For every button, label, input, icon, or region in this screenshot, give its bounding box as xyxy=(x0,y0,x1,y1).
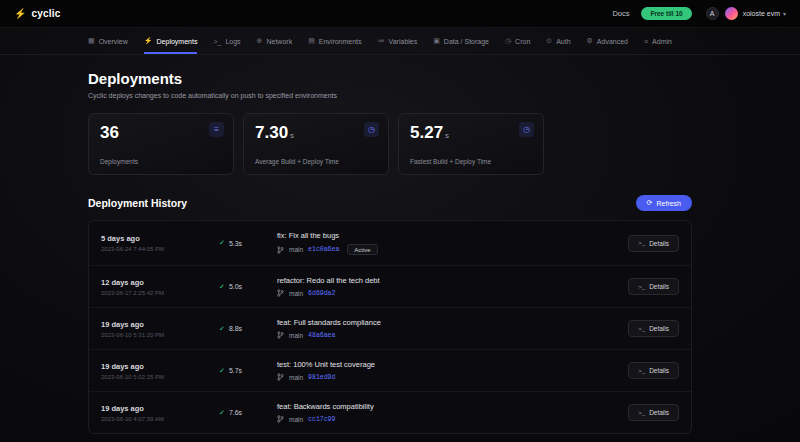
commit-hash-link[interactable]: 48a6aea xyxy=(308,332,335,339)
duration-value: 8.8s xyxy=(229,325,242,332)
nav-tab[interactable]: ≔ Variables xyxy=(378,28,418,54)
nav-tab-icon: ▦ xyxy=(88,37,95,45)
nav-tab[interactable]: ▦ Overview xyxy=(88,28,128,54)
details-label: Details xyxy=(649,367,669,374)
nav-tab[interactable]: ≡ Admin xyxy=(644,28,672,54)
nav-tabs: ▦ Overview ⚡ Deployments >_ Logs ⊕ Netwo… xyxy=(0,28,800,55)
deployment-commit: feat: Full standards compliance main 48a… xyxy=(277,318,609,339)
top-bar: ⚡ cyclic Docs Free till 10 A xoloste evm… xyxy=(0,0,800,28)
nav-tab-label: Environments xyxy=(319,38,362,45)
brand-name: cyclic xyxy=(31,8,60,19)
nav-tab-label: Cron xyxy=(515,38,530,45)
nav-tab[interactable]: ◷ Cron xyxy=(505,28,530,54)
git-branch-icon xyxy=(277,246,284,254)
deployment-commit: fix: Fix all the bugs main e1c0a6ea Acti… xyxy=(277,231,609,255)
commit-message: refactor: Redo all the tech debt xyxy=(277,276,609,285)
nav-tab-label: Overview xyxy=(99,38,128,45)
duration-value: 5.0s xyxy=(229,283,242,290)
terminal-icon: >_ xyxy=(638,284,645,290)
deployment-row: 12 days ago 2023-06-17 2:25:42 PM ✓ 5.0s… xyxy=(89,266,691,308)
deployment-row: 19 days ago 2023-06-10 4:07:39 AM ✓ 7.6s… xyxy=(89,392,691,433)
commit-hash-link[interactable]: 981ed9d xyxy=(308,374,335,381)
commit-hash-link[interactable]: cc17c99 xyxy=(308,416,335,423)
commit-hash-link[interactable]: e1c0a6ea xyxy=(308,246,339,253)
check-icon: ✓ xyxy=(219,283,225,291)
check-icon: ✓ xyxy=(219,409,225,417)
stat-unit: s xyxy=(445,131,449,140)
details-button[interactable]: >_ Details xyxy=(628,320,679,337)
nav-tab-icon: ◷ xyxy=(505,37,511,45)
deployment-commit: test: 100% Unit test coverage main 981ed… xyxy=(277,360,609,381)
relative-time: 12 days ago xyxy=(101,278,219,287)
brand[interactable]: ⚡ cyclic xyxy=(14,8,61,19)
details-button[interactable]: >_ Details xyxy=(628,278,679,295)
branch-name: main xyxy=(289,332,303,339)
refresh-icon: ⟳ xyxy=(647,199,653,207)
commit-hash-link[interactable]: 6d69da2 xyxy=(308,290,335,297)
nav-tab-label: Variables xyxy=(389,38,418,45)
deployment-row: 19 days ago 2023-06-10 5:31:20 PM ✓ 8.8s… xyxy=(89,308,691,350)
nav-tab[interactable]: ⊕ Network xyxy=(257,28,293,54)
user-avatar[interactable] xyxy=(725,7,738,20)
nav-tab-icon: ≡ xyxy=(644,38,648,45)
deployment-time: 12 days ago 2023-06-17 2:25:42 PM xyxy=(101,278,219,296)
nav-tab[interactable]: ⚡ Deployments xyxy=(144,28,198,54)
terminal-icon: >_ xyxy=(638,240,645,246)
page-subtitle: Cyclic deploys changes to code automatic… xyxy=(88,92,692,99)
commit-meta: main 48a6aea xyxy=(277,331,609,339)
check-icon: ✓ xyxy=(219,239,225,247)
terminal-icon: >_ xyxy=(638,368,645,374)
stat-icon: ◷ xyxy=(519,122,534,137)
nav-tab-icon: ≔ xyxy=(378,37,385,45)
nav-tab[interactable]: ⊙ Auth xyxy=(546,28,570,54)
chevron-down-icon[interactable]: ▾ xyxy=(783,10,786,17)
terminal-icon: >_ xyxy=(638,410,645,416)
history-title: Deployment History xyxy=(88,197,187,209)
deployment-duration: ✓ 7.6s xyxy=(219,409,277,417)
nav-tab[interactable]: ▣ Data / Storage xyxy=(433,28,489,54)
deployment-row: 19 days ago 2023-06-10 5:02:25 PM ✓ 5.7s… xyxy=(89,350,691,392)
details-button[interactable]: >_ Details xyxy=(628,235,679,252)
commit-message: test: 100% Unit test coverage xyxy=(277,360,609,369)
nav-tab[interactable]: ▤ Environments xyxy=(308,28,361,54)
org-badge-icon[interactable]: A xyxy=(706,7,719,20)
plan-button[interactable]: Free till 10 xyxy=(641,7,691,20)
nav-tab-label: Deployments xyxy=(157,38,198,45)
cyclic-logo-icon: ⚡ xyxy=(14,8,26,19)
timestamp: 2023-06-17 2:25:42 PM xyxy=(101,290,219,296)
nav-tab-icon: ⊙ xyxy=(546,37,552,45)
deployment-time: 19 days ago 2023-06-10 5:02:25 PM xyxy=(101,362,219,380)
nav-tab-icon: ▣ xyxy=(433,37,440,45)
git-branch-icon xyxy=(277,331,284,339)
docs-link[interactable]: Docs xyxy=(612,9,629,18)
stat-icon: ≡ xyxy=(209,122,224,137)
main-content: Deployments Cyclic deploys changes to co… xyxy=(88,70,692,434)
deployment-history-list: 5 days ago 2023-06-24 7:44:05 PM ✓ 5.3s … xyxy=(88,220,692,434)
user-name[interactable]: xoloste evm xyxy=(743,10,780,17)
deployment-duration: ✓ 5.0s xyxy=(219,283,277,291)
relative-time: 19 days ago xyxy=(101,320,219,329)
branch-name: main xyxy=(289,416,303,423)
stat-card: 7.30s ◷ Average Build + Deploy Time xyxy=(243,113,389,175)
deployment-duration: ✓ 5.7s xyxy=(219,367,277,375)
stat-card: 36 ≡ Deployments xyxy=(88,113,234,175)
commit-meta: main 6d69da2 xyxy=(277,289,609,297)
details-button[interactable]: >_ Details xyxy=(628,362,679,379)
stat-card: 5.27s ◷ Fastest Build + Deploy Time xyxy=(398,113,544,175)
nav-tab[interactable]: ⚙ Advanced xyxy=(587,28,628,54)
deployment-time: 19 days ago 2023-06-10 5:31:20 PM xyxy=(101,320,219,338)
stats-row: 36 ≡ Deployments 7.30s ◷ Average Build +… xyxy=(88,113,692,175)
commit-message: feat: Backwards compatibility xyxy=(277,402,609,411)
details-button[interactable]: >_ Details xyxy=(628,404,679,421)
stat-unit: s xyxy=(290,131,294,140)
stat-value: 7.30 xyxy=(255,123,288,142)
stat-label: Fastest Build + Deploy Time xyxy=(410,158,491,165)
nav-tab[interactable]: >_ Logs xyxy=(213,28,240,54)
commit-message: fix: Fix all the bugs xyxy=(277,231,609,240)
nav-tab-label: Network xyxy=(266,38,292,45)
timestamp: 2023-06-10 5:31:20 PM xyxy=(101,332,219,338)
deployment-time: 19 days ago 2023-06-10 4:07:39 AM xyxy=(101,404,219,422)
stat-label: Deployments xyxy=(100,158,138,165)
commit-meta: main 981ed9d xyxy=(277,373,609,381)
refresh-button[interactable]: ⟳ Refresh xyxy=(636,195,692,211)
